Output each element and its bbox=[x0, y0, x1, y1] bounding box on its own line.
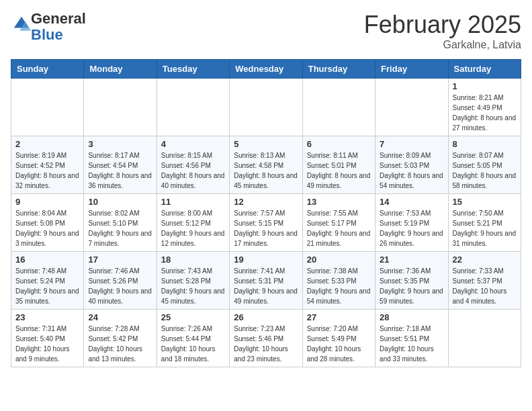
calendar-cell: 15Sunrise: 7:50 AM Sunset: 5:21 PM Dayli… bbox=[448, 194, 521, 252]
calendar-cell bbox=[84, 79, 157, 136]
calendar-cell bbox=[448, 310, 521, 367]
calendar-week-row: 16Sunrise: 7:48 AM Sunset: 5:24 PM Dayli… bbox=[11, 252, 521, 310]
day-info: Sunrise: 8:09 AM Sunset: 5:03 PM Dayligh… bbox=[380, 150, 443, 191]
day-info: Sunrise: 8:13 AM Sunset: 4:58 PM Dayligh… bbox=[234, 150, 298, 191]
day-number: 25 bbox=[161, 312, 225, 322]
calendar-cell: 26Sunrise: 7:23 AM Sunset: 5:46 PM Dayli… bbox=[230, 310, 302, 367]
calendar-week-row: 9Sunrise: 8:04 AM Sunset: 5:08 PM Daylig… bbox=[11, 194, 521, 252]
calendar-table: SundayMondayTuesdayWednesdayThursdayFrid… bbox=[11, 59, 521, 367]
day-info: Sunrise: 7:26 AM Sunset: 5:44 PM Dayligh… bbox=[161, 324, 225, 364]
day-number: 19 bbox=[234, 255, 298, 265]
day-info: Sunrise: 7:50 AM Sunset: 5:21 PM Dayligh… bbox=[453, 208, 517, 248]
calendar-cell: 20Sunrise: 7:38 AM Sunset: 5:33 PM Dayli… bbox=[302, 252, 375, 310]
day-info: Sunrise: 7:28 AM Sunset: 5:42 PM Dayligh… bbox=[88, 324, 152, 364]
calendar-cell: 3Sunrise: 8:17 AM Sunset: 4:54 PM Daylig… bbox=[84, 136, 157, 194]
logo-general-text: General bbox=[31, 10, 86, 27]
day-info: Sunrise: 8:19 AM Sunset: 4:52 PM Dayligh… bbox=[15, 150, 79, 191]
calendar-cell: 2Sunrise: 8:19 AM Sunset: 4:52 PM Daylig… bbox=[11, 136, 84, 194]
calendar-cell: 10Sunrise: 8:02 AM Sunset: 5:10 PM Dayli… bbox=[84, 194, 157, 252]
calendar-cell: 13Sunrise: 7:55 AM Sunset: 5:17 PM Dayli… bbox=[302, 194, 375, 252]
page-header: General Blue February 2025 Garkalne, Lat… bbox=[11, 11, 521, 51]
day-number: 23 bbox=[15, 312, 79, 322]
day-number: 20 bbox=[307, 255, 371, 265]
weekday-header: Friday bbox=[375, 60, 448, 79]
day-info: Sunrise: 7:57 AM Sunset: 5:15 PM Dayligh… bbox=[234, 208, 298, 248]
day-info: Sunrise: 8:21 AM Sunset: 4:49 PM Dayligh… bbox=[453, 93, 517, 133]
calendar-cell: 16Sunrise: 7:48 AM Sunset: 5:24 PM Dayli… bbox=[11, 252, 84, 310]
calendar-cell: 18Sunrise: 7:43 AM Sunset: 5:28 PM Dayli… bbox=[157, 252, 229, 310]
calendar-cell: 25Sunrise: 7:26 AM Sunset: 5:44 PM Dayli… bbox=[157, 310, 229, 367]
day-info: Sunrise: 8:17 AM Sunset: 4:54 PM Dayligh… bbox=[88, 150, 152, 191]
day-info: Sunrise: 7:55 AM Sunset: 5:17 PM Dayligh… bbox=[307, 208, 371, 248]
day-number: 1 bbox=[453, 81, 517, 91]
calendar-cell bbox=[11, 79, 84, 136]
calendar-week-row: 2Sunrise: 8:19 AM Sunset: 4:52 PM Daylig… bbox=[11, 136, 521, 194]
calendar-cell: 12Sunrise: 7:57 AM Sunset: 5:15 PM Dayli… bbox=[230, 194, 302, 252]
day-number: 28 bbox=[380, 312, 443, 322]
calendar-cell: 28Sunrise: 7:18 AM Sunset: 5:51 PM Dayli… bbox=[375, 310, 448, 367]
calendar-week-row: 1Sunrise: 8:21 AM Sunset: 4:49 PM Daylig… bbox=[11, 79, 521, 136]
calendar-cell bbox=[302, 79, 375, 136]
logo: General Blue bbox=[11, 11, 86, 43]
day-info: Sunrise: 7:33 AM Sunset: 5:37 PM Dayligh… bbox=[453, 266, 517, 306]
day-number: 9 bbox=[15, 197, 79, 207]
day-info: Sunrise: 7:53 AM Sunset: 5:19 PM Dayligh… bbox=[380, 208, 443, 248]
logo-blue-text: Blue bbox=[31, 26, 63, 43]
calendar-cell: 9Sunrise: 8:04 AM Sunset: 5:08 PM Daylig… bbox=[11, 194, 84, 252]
day-number: 16 bbox=[15, 255, 79, 265]
calendar-title: February 2025 bbox=[364, 11, 521, 39]
title-block: February 2025 Garkalne, Latvia bbox=[364, 11, 521, 51]
day-number: 15 bbox=[453, 197, 517, 207]
day-number: 3 bbox=[88, 139, 152, 149]
calendar-cell: 5Sunrise: 8:13 AM Sunset: 4:58 PM Daylig… bbox=[230, 136, 302, 194]
day-number: 2 bbox=[15, 139, 79, 149]
calendar-cell: 4Sunrise: 8:15 AM Sunset: 4:56 PM Daylig… bbox=[157, 136, 229, 194]
day-number: 21 bbox=[380, 255, 443, 265]
calendar-cell: 17Sunrise: 7:46 AM Sunset: 5:26 PM Dayli… bbox=[84, 252, 157, 310]
day-info: Sunrise: 8:07 AM Sunset: 5:05 PM Dayligh… bbox=[453, 150, 517, 191]
calendar-cell: 7Sunrise: 8:09 AM Sunset: 5:03 PM Daylig… bbox=[375, 136, 448, 194]
day-info: Sunrise: 7:23 AM Sunset: 5:46 PM Dayligh… bbox=[234, 324, 298, 364]
calendar-cell: 11Sunrise: 8:00 AM Sunset: 5:12 PM Dayli… bbox=[157, 194, 229, 252]
day-info: Sunrise: 7:41 AM Sunset: 5:31 PM Dayligh… bbox=[234, 266, 298, 306]
calendar-cell: 22Sunrise: 7:33 AM Sunset: 5:37 PM Dayli… bbox=[448, 252, 521, 310]
calendar-cell: 24Sunrise: 7:28 AM Sunset: 5:42 PM Dayli… bbox=[84, 310, 157, 367]
day-info: Sunrise: 7:43 AM Sunset: 5:28 PM Dayligh… bbox=[161, 266, 225, 306]
calendar-week-row: 23Sunrise: 7:31 AM Sunset: 5:40 PM Dayli… bbox=[11, 310, 521, 367]
calendar-subtitle: Garkalne, Latvia bbox=[364, 39, 521, 51]
calendar-cell: 8Sunrise: 8:07 AM Sunset: 5:05 PM Daylig… bbox=[448, 136, 521, 194]
calendar-cell bbox=[230, 79, 302, 136]
day-number: 12 bbox=[234, 197, 298, 207]
day-info: Sunrise: 7:18 AM Sunset: 5:51 PM Dayligh… bbox=[380, 324, 443, 364]
day-info: Sunrise: 8:04 AM Sunset: 5:08 PM Dayligh… bbox=[15, 208, 79, 248]
weekday-header: Wednesday bbox=[230, 60, 302, 79]
weekday-header: Monday bbox=[84, 60, 157, 79]
calendar-cell: 23Sunrise: 7:31 AM Sunset: 5:40 PM Dayli… bbox=[11, 310, 84, 367]
day-info: Sunrise: 7:46 AM Sunset: 5:26 PM Dayligh… bbox=[88, 266, 152, 306]
calendar-cell: 1Sunrise: 8:21 AM Sunset: 4:49 PM Daylig… bbox=[448, 79, 521, 136]
day-info: Sunrise: 7:31 AM Sunset: 5:40 PM Dayligh… bbox=[15, 324, 79, 364]
day-number: 11 bbox=[161, 197, 225, 207]
day-number: 6 bbox=[307, 139, 371, 149]
day-number: 10 bbox=[88, 197, 152, 207]
day-number: 18 bbox=[161, 255, 225, 265]
day-info: Sunrise: 7:38 AM Sunset: 5:33 PM Dayligh… bbox=[307, 266, 371, 306]
weekday-header: Thursday bbox=[302, 60, 375, 79]
weekday-header-row: SundayMondayTuesdayWednesdayThursdayFrid… bbox=[11, 60, 521, 79]
weekday-header: Saturday bbox=[448, 60, 521, 79]
logo-icon bbox=[12, 15, 31, 34]
weekday-header: Sunday bbox=[11, 60, 84, 79]
day-number: 14 bbox=[380, 197, 443, 207]
day-info: Sunrise: 7:48 AM Sunset: 5:24 PM Dayligh… bbox=[15, 266, 79, 306]
day-number: 8 bbox=[453, 139, 517, 149]
day-number: 17 bbox=[88, 255, 152, 265]
weekday-header: Tuesday bbox=[157, 60, 229, 79]
day-info: Sunrise: 7:20 AM Sunset: 5:49 PM Dayligh… bbox=[307, 324, 371, 364]
calendar-cell: 14Sunrise: 7:53 AM Sunset: 5:19 PM Dayli… bbox=[375, 194, 448, 252]
day-number: 24 bbox=[88, 312, 152, 322]
day-number: 22 bbox=[453, 255, 517, 265]
day-info: Sunrise: 8:00 AM Sunset: 5:12 PM Dayligh… bbox=[161, 208, 225, 248]
day-number: 13 bbox=[307, 197, 371, 207]
day-number: 27 bbox=[307, 312, 371, 322]
calendar-cell: 21Sunrise: 7:36 AM Sunset: 5:35 PM Dayli… bbox=[375, 252, 448, 310]
